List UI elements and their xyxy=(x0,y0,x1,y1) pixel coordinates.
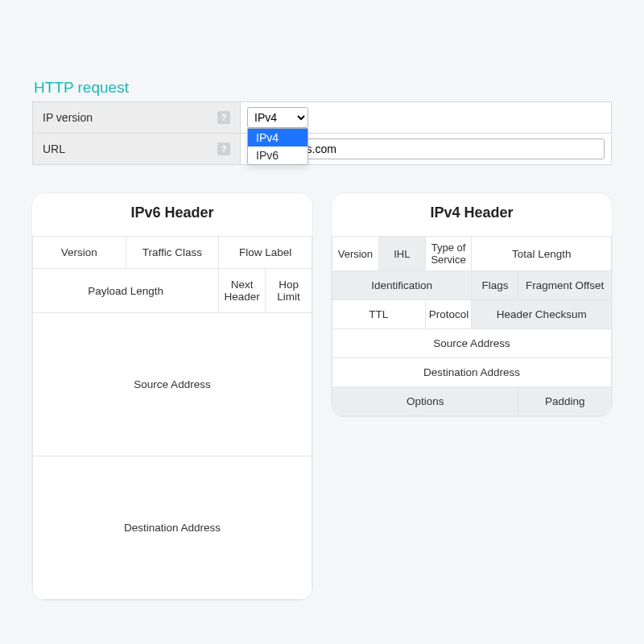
ip-version-dropdown: IPv4 IPv6 xyxy=(247,128,308,165)
ip-version-select-wrap: IPv4 IPv4 IPv6 xyxy=(247,107,308,128)
table-row: Version Traffic Class Flow Label xyxy=(33,237,312,269)
cell-total-length: Total Length xyxy=(472,237,612,271)
table-row: Source Address xyxy=(332,329,612,358)
cell-padding: Padding xyxy=(518,387,612,416)
ip-version-select[interactable]: IPv4 xyxy=(247,107,308,128)
row-url: URL ? xyxy=(33,134,611,165)
table-row: Options Padding xyxy=(332,387,612,416)
help-icon[interactable]: ? xyxy=(217,142,230,155)
cell-header-checksum: Header Checksum xyxy=(472,300,612,329)
table-row: Payload Length Next Header Hop Limit xyxy=(33,269,312,313)
cell-traffic-class: Traffic Class xyxy=(126,237,219,269)
table-row: Destination Address xyxy=(332,358,612,387)
ipv6-table: Version Traffic Class Flow Label Payload… xyxy=(32,236,312,600)
ipv6-title: IPv6 Header xyxy=(32,193,312,236)
cell-payload-length: Payload Length xyxy=(33,269,219,313)
ipv4-title: IPv4 Header xyxy=(332,193,612,236)
cell-fragment-offset: Fragment Offset xyxy=(518,271,612,300)
label-url: URL ? xyxy=(33,134,241,164)
table-row: Destination Address xyxy=(33,456,312,600)
ipv4-diagram: IPv4 Header Version IHL Type of Service … xyxy=(332,193,612,416)
label-ip-version: IP version ? xyxy=(33,102,241,133)
cell-destination-address: Destination Address xyxy=(332,358,612,387)
cell-version: Version xyxy=(332,237,379,271)
cell-ihl: IHL xyxy=(378,237,425,271)
cell-options: Options xyxy=(332,387,518,416)
cell-next-header: Next Header xyxy=(219,269,266,313)
ipv4-table: Version IHL Type of Service Total Length… xyxy=(332,236,612,416)
cell-source-address: Source Address xyxy=(332,329,612,358)
option-ipv4[interactable]: IPv4 xyxy=(248,129,308,147)
cell-flags: Flags xyxy=(472,271,518,300)
label-text: IP version xyxy=(43,111,93,124)
option-ipv6[interactable]: IPv6 xyxy=(248,147,308,164)
table-row: Identification Flags Fragment Offset xyxy=(332,271,612,300)
row-ip-version: IP version ? IPv4 IPv4 IPv6 xyxy=(33,102,611,134)
ipv6-diagram: IPv6 Header Version Traffic Class Flow L… xyxy=(32,193,312,600)
table-row: TTL Protocol Header Checksum xyxy=(332,300,612,329)
cell-hop-limit: Hop Limit xyxy=(266,269,312,313)
label-text: URL xyxy=(43,142,65,155)
form-table: IP version ? IPv4 IPv4 IPv6 URL ? xyxy=(32,101,612,165)
header-diagrams: IPv6 Header Version Traffic Class Flow L… xyxy=(32,193,612,600)
cell-identification: Identification xyxy=(332,271,472,300)
cell-tos: Type of Service xyxy=(425,237,472,271)
cell-flow-label: Flow Label xyxy=(219,237,312,269)
cell-ttl: TTL xyxy=(332,300,426,329)
http-request-form: HTTP request IP version ? IPv4 IPv4 IPv6 xyxy=(32,79,612,165)
table-row: Version IHL Type of Service Total Length xyxy=(332,237,612,271)
cell-destination-address: Destination Address xyxy=(33,456,312,600)
cell-source-address: Source Address xyxy=(33,313,312,456)
help-icon[interactable]: ? xyxy=(217,111,230,124)
cell-version: Version xyxy=(33,237,126,269)
cell-protocol: Protocol xyxy=(425,300,472,329)
value-ip-version: IPv4 IPv4 IPv6 xyxy=(241,102,611,133)
table-row: Source Address xyxy=(33,313,312,456)
form-title: HTTP request xyxy=(32,79,612,101)
